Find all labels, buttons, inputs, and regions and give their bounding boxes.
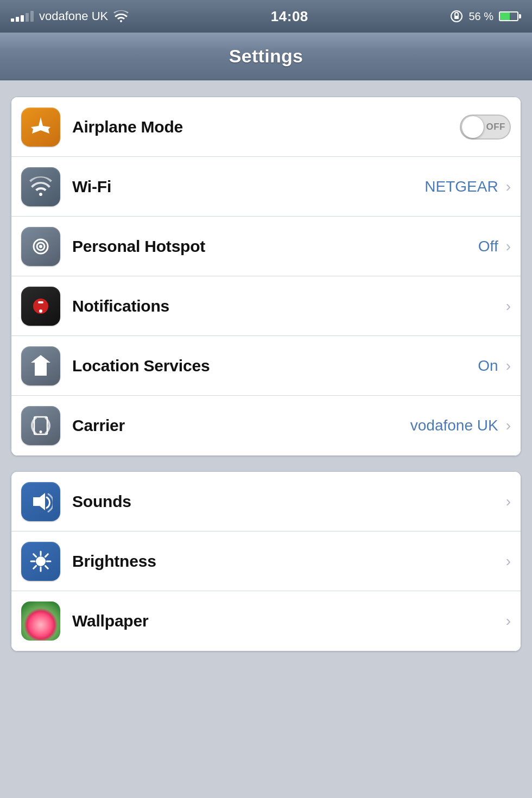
svg-point-2 xyxy=(39,245,42,248)
sounds-row[interactable]: Sounds › xyxy=(11,472,521,531)
brightness-row[interactable]: Brightness › xyxy=(11,531,521,591)
sounds-label: Sounds xyxy=(72,492,504,511)
svg-line-12 xyxy=(34,554,36,556)
notifications-chevron: › xyxy=(506,297,511,315)
page-title: Settings xyxy=(229,46,303,67)
settings-group-1: Airplane Mode OFF Wi-Fi NETGEAR xyxy=(11,97,521,456)
wifi-status-icon xyxy=(113,10,129,22)
hotspot-value-container: Off › xyxy=(478,238,511,255)
signal-strength xyxy=(11,11,34,22)
carrier-chevron: › xyxy=(506,417,511,434)
location-value-container: On › xyxy=(478,357,511,375)
wifi-chevron: › xyxy=(506,178,511,195)
toggle-label: OFF xyxy=(486,122,506,132)
svg-marker-6 xyxy=(33,493,45,510)
wifi-icon xyxy=(21,167,60,206)
wifi-value: NETGEAR xyxy=(425,178,498,195)
sounds-chevron-container: › xyxy=(504,493,511,510)
brightness-label: Brightness xyxy=(72,552,504,571)
sounds-icon xyxy=(21,482,60,521)
location-services-label: Location Services xyxy=(72,357,478,375)
svg-point-7 xyxy=(36,556,46,566)
carrier-value-container: vodafone UK › xyxy=(410,417,511,434)
svg-line-13 xyxy=(45,566,48,568)
hotspot-value: Off xyxy=(478,238,498,255)
wallpaper-icon xyxy=(21,601,60,641)
notifications-label: Notifications xyxy=(72,297,504,315)
airplane-mode-label: Airplane Mode xyxy=(72,118,460,136)
airplane-mode-toggle[interactable]: OFF xyxy=(460,115,511,140)
settings-content: Airplane Mode OFF Wi-Fi NETGEAR xyxy=(0,80,532,668)
battery-percent: 56 % xyxy=(468,10,493,23)
svg-rect-1 xyxy=(454,16,459,19)
signal-dot-5 xyxy=(30,11,34,22)
brightness-icon xyxy=(21,542,60,581)
svg-line-15 xyxy=(34,566,36,568)
wifi-label: Wi-Fi xyxy=(72,178,425,196)
wallpaper-row[interactable]: Wallpaper › xyxy=(11,591,521,651)
svg-point-5 xyxy=(39,309,42,313)
settings-group-2: Sounds › Brightness xyxy=(11,471,521,651)
wifi-value-container: NETGEAR › xyxy=(425,178,511,195)
personal-hotspot-row[interactable]: Personal Hotspot Off › xyxy=(11,217,521,276)
wifi-row[interactable]: Wi-Fi NETGEAR › xyxy=(11,157,521,217)
airplane-mode-icon xyxy=(21,107,60,147)
status-bar: vodafone UK 14:08 56 % xyxy=(0,0,532,33)
status-right: 56 % xyxy=(450,10,521,23)
brightness-chevron-container: › xyxy=(504,553,511,570)
wallpaper-preview xyxy=(21,601,60,641)
status-time: 14:08 xyxy=(271,8,308,25)
signal-dot-3 xyxy=(21,15,24,22)
toggle-knob xyxy=(462,116,484,138)
signal-dot-1 xyxy=(11,18,14,22)
wallpaper-chevron-container: › xyxy=(504,612,511,630)
personal-hotspot-label: Personal Hotspot xyxy=(72,237,478,256)
wallpaper-chevron: › xyxy=(506,612,511,630)
location-chevron: › xyxy=(506,357,511,375)
brightness-chevron: › xyxy=(506,553,511,570)
signal-dot-2 xyxy=(16,17,19,22)
navigation-bar: Settings xyxy=(0,33,532,80)
svg-line-14 xyxy=(45,554,48,556)
carrier-icon xyxy=(21,406,60,445)
carrier-label: vodafone UK xyxy=(39,9,108,23)
hotspot-icon xyxy=(21,227,60,266)
airplane-mode-row[interactable]: Airplane Mode OFF xyxy=(11,97,521,157)
carrier-row[interactable]: Carrier vodafone UK › xyxy=(11,396,521,455)
location-services-row[interactable]: Location Services On › xyxy=(11,336,521,396)
carrier-value: vodafone UK xyxy=(410,417,498,434)
lock-icon xyxy=(450,10,463,23)
status-left: vodafone UK xyxy=(11,9,129,23)
notifications-icon xyxy=(21,287,60,326)
hotspot-chevron: › xyxy=(506,238,511,255)
notifications-chevron-container: › xyxy=(504,297,511,315)
signal-dot-4 xyxy=(26,13,29,22)
wallpaper-label: Wallpaper xyxy=(72,612,504,630)
carrier-label: Carrier xyxy=(72,416,410,435)
notifications-row[interactable]: Notifications › xyxy=(11,276,521,336)
sounds-chevron: › xyxy=(506,493,511,510)
airplane-mode-toggle-container: OFF xyxy=(460,115,511,140)
location-services-icon xyxy=(21,346,60,385)
battery-icon xyxy=(499,11,521,21)
location-value: On xyxy=(478,357,498,375)
svg-rect-4 xyxy=(38,301,43,303)
